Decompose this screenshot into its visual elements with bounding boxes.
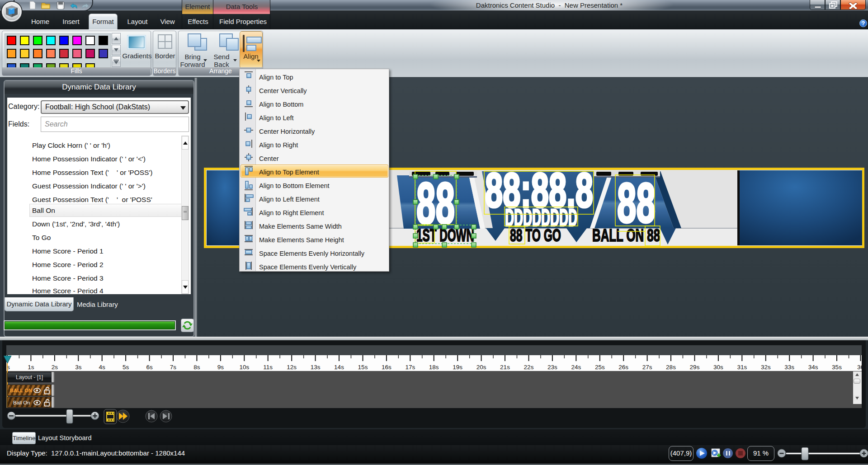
svg-text:26s: 26s (618, 364, 628, 371)
svg-text:27s: 27s (642, 364, 652, 371)
svg-text:14s: 14s (334, 364, 344, 371)
svg-text:2s: 2s (52, 364, 58, 371)
svg-text:20s: 20s (476, 364, 486, 371)
svg-text:18s: 18s (429, 364, 439, 371)
svg-text:1s: 1s (28, 364, 34, 371)
svg-text:11s: 11s (263, 364, 273, 371)
svg-text:7s: 7s (170, 364, 177, 371)
svg-text:4s: 4s (99, 364, 106, 371)
svg-text:12s: 12s (287, 364, 297, 371)
svg-text:34s: 34s (808, 364, 818, 371)
svg-text:8s: 8s (193, 364, 200, 371)
svg-text:30s: 30s (713, 364, 723, 371)
svg-text:21s: 21s (500, 364, 510, 371)
svg-text:22s: 22s (524, 364, 534, 371)
svg-text:36: 36 (857, 364, 862, 371)
svg-text:32s: 32s (761, 364, 771, 371)
svg-text:10s: 10s (239, 364, 249, 371)
svg-text:35s: 35s (832, 364, 842, 371)
svg-text:19s: 19s (453, 364, 462, 371)
svg-text:3s: 3s (75, 364, 82, 371)
svg-text:9s: 9s (217, 364, 224, 371)
svg-text:17s: 17s (405, 364, 415, 371)
svg-text:25s: 25s (595, 364, 605, 371)
svg-text:24s: 24s (571, 364, 581, 371)
svg-text:33s: 33s (784, 364, 794, 371)
svg-text:6s: 6s (146, 364, 153, 371)
svg-text:88 TO GO: 88 TO GO (510, 225, 561, 245)
svg-text:BALL ON 88: BALL ON 88 (592, 225, 660, 245)
svg-text:5s: 5s (123, 364, 129, 371)
svg-text:13s: 13s (311, 364, 321, 371)
svg-text:16s: 16s (382, 364, 392, 371)
svg-text:88: 88 (617, 171, 656, 234)
svg-text:28s: 28s (666, 364, 676, 371)
svg-text:15s: 15s (358, 364, 368, 371)
svg-text:31s: 31s (737, 364, 747, 371)
svg-text:29s: 29s (690, 364, 700, 371)
svg-text:23s: 23s (547, 364, 557, 371)
